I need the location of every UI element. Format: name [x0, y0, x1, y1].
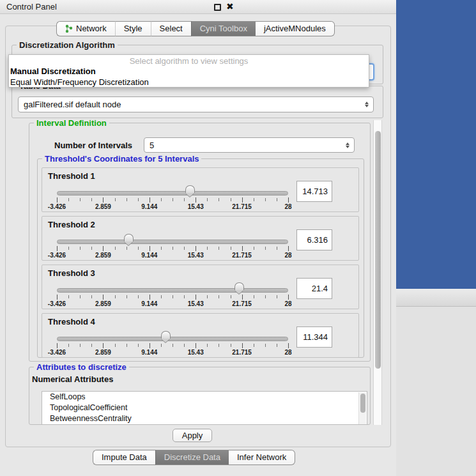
tab-cyni-toolbox[interactable]: Cyni Toolbox	[191, 21, 256, 36]
slider-thumb[interactable]	[124, 234, 134, 242]
number-of-intervals-combobox[interactable]: 5	[144, 137, 355, 153]
tab-label: Cyni Toolbox	[200, 22, 247, 36]
threshold-3-card: Threshold 3 -3.4262.8599.14415.4321.7152…	[42, 265, 359, 309]
slider-tick-labels: -3.4262.8599.14415.4321.71528	[42, 300, 358, 308]
tab-label: jActiveMNodules	[264, 22, 326, 36]
tab-label: Network	[76, 22, 107, 36]
settings-vertical-scrollbar[interactable]	[373, 120, 382, 425]
group-title: Attributes to discretize	[34, 362, 129, 372]
tab-label: Impute Data	[102, 450, 147, 464]
tab-impute-data[interactable]: Impute Data	[93, 450, 155, 465]
slider-tick-labels: -3.4262.8599.14415.4321.71528	[42, 252, 358, 259]
slider-thumb[interactable]	[161, 331, 171, 339]
threshold-label: Threshold 3	[48, 268, 95, 278]
table-panel-titlebar: Table Panel	[396, 289, 476, 307]
popup-prompt: Select algorithm to view settings	[9, 55, 369, 66]
top-tab-bar: Network Style Select Cyni Toolbox jActiv…	[56, 21, 335, 36]
tab-infer-network[interactable]: Infer Network	[229, 450, 295, 465]
scrollbar-thumb[interactable]	[360, 394, 365, 413]
group-title: Threshold's Coordinates for 5 Intervals	[42, 154, 201, 164]
slider-thumb[interactable]	[185, 185, 195, 193]
threshold-label: Threshold 4	[48, 317, 95, 326]
threshold-label: Threshold 2	[48, 220, 95, 229]
threshold-4-card: Threshold 4 -3.4262.8599.14415.4321.7152…	[42, 313, 359, 358]
list-item[interactable]: SelfLoops	[42, 392, 367, 403]
bottom-tab-bar: Impute Data Discretize Data Infer Networ…	[93, 450, 295, 465]
close-icon[interactable]: ✖	[226, 1, 234, 12]
group-title: Interval Definition	[34, 118, 109, 128]
network-icon	[65, 24, 73, 33]
threshold-label: Threshold 1	[48, 171, 95, 181]
tab-style[interactable]: Style	[115, 21, 151, 36]
tab-discretize-data[interactable]: Discretize Data	[155, 450, 229, 465]
tab-label: Infer Network	[237, 450, 286, 464]
tab-label: Discretize Data	[164, 450, 220, 464]
list-item[interactable]: BetweennessCentrality	[42, 413, 367, 424]
slider-track[interactable]	[57, 191, 288, 196]
scrollbar-thumb[interactable]	[375, 131, 381, 369]
combo-value: 5	[150, 141, 154, 150]
cytoscape-desktop: GAL80GACGAL11GAL4GCY1HHAP2	[396, 0, 476, 289]
combo-stepper-icon	[346, 138, 349, 152]
tab-label: Select	[160, 22, 183, 36]
attributes-list[interactable]: SelfLoopsTopologicalCoefficientBetweenne…	[42, 391, 367, 425]
control-panel-titlebar: Control Panel ✖	[0, 0, 396, 14]
slider-track[interactable]	[57, 240, 288, 244]
popup-item-manual-discretization[interactable]: Manual Discretization	[9, 66, 369, 77]
apply-button[interactable]: Apply	[173, 429, 212, 442]
tab-jactivemnodules[interactable]: jActiveMNodules	[256, 21, 335, 36]
slider-tick-labels: -3.4262.8599.14415.4321.71528	[42, 349, 358, 357]
number-of-intervals-label: Number of Intervals	[54, 141, 132, 150]
threshold-value-field[interactable]: 11.344	[296, 326, 332, 348]
tab-select[interactable]: Select	[151, 21, 191, 36]
slider-thumb[interactable]	[234, 282, 244, 290]
slider-track[interactable]	[57, 337, 288, 341]
threshold-value-field[interactable]: 6.316	[296, 229, 332, 250]
algorithm-dropdown-popup: Select algorithm to view settings Manual…	[8, 54, 369, 88]
threshold-2-card: Threshold 2 -3.4262.8599.14415.4321.7152…	[42, 216, 359, 261]
numerical-attributes-label: Numerical Attributes	[32, 374, 113, 384]
float-window-icon[interactable]	[214, 4, 221, 11]
table-data-group: Table Data	[12, 86, 383, 118]
popup-item-equal-width[interactable]: Equal Width/Frequency Discretization	[9, 77, 369, 88]
table-panel-body: ⚙ ☑ ☑ shared... na YDL19...YDL1YDR27...Y…	[396, 307, 476, 476]
panel-title: Control Panel	[6, 2, 57, 12]
threshold-1-card: Threshold 1 -3.4262.8599.14415.4321.7152…	[42, 167, 359, 212]
tab-network[interactable]: Network	[56, 21, 115, 36]
threshold-value-field[interactable]: 21.4	[296, 278, 332, 299]
slider-track[interactable]	[57, 288, 288, 293]
slider-tick-labels: -3.4262.8599.14415.4321.71528	[42, 203, 358, 211]
control-panel: Control Panel ✖ Network Style Select Cyn…	[0, 0, 396, 476]
group-title: Discretization Algorithm	[17, 40, 118, 50]
threshold-value-field[interactable]: 14.713	[296, 181, 332, 202]
list-scrollbar[interactable]	[358, 392, 366, 425]
tab-label: Style	[124, 22, 142, 36]
list-item[interactable]: TopologicalCoefficient	[42, 403, 367, 413]
